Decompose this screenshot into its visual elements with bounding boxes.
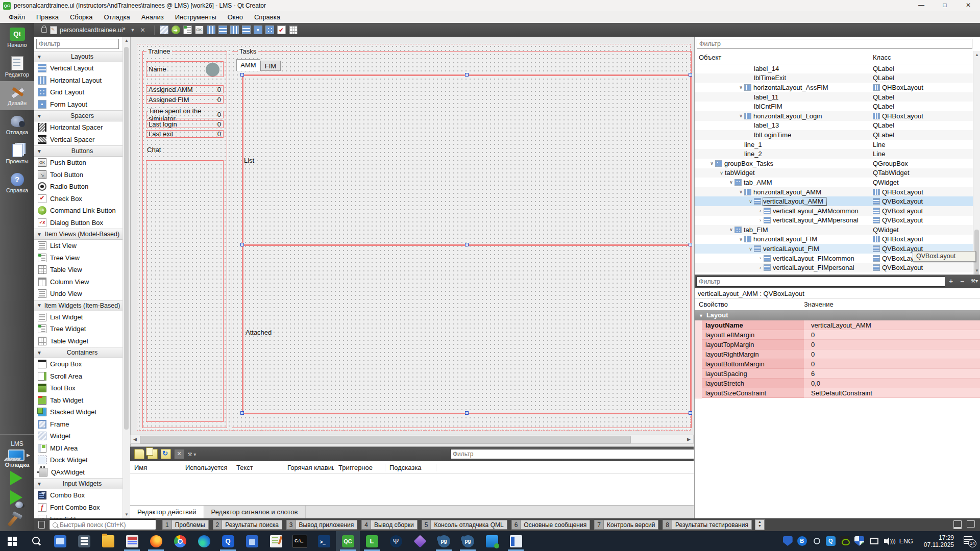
expand-output-icon[interactable] [967, 520, 975, 528]
output-pane-button[interactable]: 4Вывод сборки [361, 520, 417, 530]
output-pane-button[interactable]: 6Основные сообщения [511, 520, 591, 530]
action-column-header[interactable]: Горячая клавиш [283, 464, 334, 471]
taskbar-mail-icon[interactable] [48, 531, 72, 551]
property-value[interactable]: 6 [804, 369, 980, 379]
inspector-row[interactable]: ∨verticalLayout_AMMQVBoxLayout [695, 196, 973, 206]
column-value[interactable]: Значение [804, 300, 834, 308]
build-button[interactable] [7, 514, 18, 527]
scroll-down-icon[interactable]: ▼ [975, 268, 979, 273]
widget-item[interactable]: Table Widget [34, 335, 130, 347]
chevron-icon[interactable]: › [757, 265, 764, 270]
widget-item[interactable]: Tool Button [34, 169, 130, 181]
inspector-filter-input[interactable] [697, 39, 972, 49]
scroll-up-icon[interactable]: ▲ [123, 38, 130, 43]
scroll-up-icon[interactable]: ▲ [973, 53, 980, 57]
mode-item-welcome[interactable]: QtНачало [0, 23, 34, 52]
document-dropdown-icon[interactable]: ▼ [131, 28, 135, 33]
sidebar-toggle-icon[interactable] [38, 521, 45, 529]
remove-property-icon[interactable]: − [957, 276, 967, 286]
property-row[interactable]: layoutTopMargin0 [695, 340, 980, 349]
inspector-row[interactable]: ›verticalLayout_AMMcommonQVBoxLayout [695, 206, 973, 216]
tab-amm[interactable]: AMM [236, 59, 260, 71]
widget-item[interactable]: Command Link Button [34, 205, 130, 217]
selection-handle[interactable] [240, 243, 244, 246]
inspector-row[interactable]: ∨horizontalLayout_FIMQHBoxLayout [695, 235, 973, 244]
kit-expand-icon[interactable]: ▶ [27, 453, 30, 458]
widget-section-header[interactable]: ▼Containers [34, 347, 130, 358]
property-value[interactable]: 0 [804, 340, 980, 349]
select-widgets-icon[interactable] [160, 26, 168, 34]
property-row[interactable]: layoutBottomMargin0 [695, 359, 980, 369]
inspector-row[interactable]: ∨tab_FIMQWidget [695, 225, 973, 235]
trainee-field-box[interactable]: Last login0 [146, 120, 224, 128]
output-pane-spinner[interactable]: ▲▼ [755, 519, 765, 530]
taskbar-calculator-icon[interactable] [72, 531, 96, 551]
tray-network-icon[interactable] [869, 536, 878, 546]
output-pane-button[interactable]: 1Проблемы [162, 520, 209, 530]
clock[interactable]: 17:29 07.11.2025 [924, 534, 954, 548]
copy-action-icon[interactable] [148, 449, 158, 459]
action-column-header[interactable]: Подсказка [385, 464, 436, 471]
tray-bluetooth-icon[interactable]: B [797, 536, 807, 546]
property-section-layout[interactable]: ▼Layout [695, 310, 980, 320]
chevron-icon[interactable]: ∨ [747, 246, 754, 252]
taskbar-start-icon[interactable] [0, 531, 24, 551]
inspector-row[interactable]: line_2Line [695, 149, 973, 159]
taskbar-panel-app-icon[interactable] [504, 531, 528, 551]
widget-item[interactable]: Dialog Button Box [34, 217, 130, 229]
output-pane-button[interactable]: 2Результаты поиска [213, 520, 282, 530]
canvas-h-scrollbar[interactable]: ◀ ▶ [130, 435, 694, 444]
menu-item[interactable]: Отладка [98, 12, 135, 22]
property-row[interactable]: layoutRightMargin0 [695, 349, 980, 359]
taskbar-pgadmin-2-icon[interactable]: pg [456, 531, 480, 551]
inspector-row[interactable]: ∨tab_AMMQWidget [695, 178, 973, 187]
inspector-row[interactable]: lblTimeExitQLabel [695, 73, 973, 83]
new-action-icon[interactable] [134, 449, 144, 459]
selection-handle[interactable] [689, 411, 692, 415]
widget-section-header[interactable]: ▼Item Widgets (Item-Based) [34, 300, 130, 311]
widget-item[interactable]: Tool Box [34, 382, 130, 394]
action-column-header[interactable]: Используется [181, 464, 232, 471]
taskbar-app-l-icon[interactable]: L [360, 531, 384, 551]
widget-item[interactable]: Grid Layout [34, 86, 130, 98]
taskbar-chrome-icon[interactable] [168, 531, 192, 551]
maximize-button[interactable]: □ [933, 0, 957, 11]
scrollbar-thumb[interactable] [140, 436, 631, 444]
tab-fim[interactable]: FIM [260, 61, 281, 71]
widget-item[interactable]: Horizontal Layout [34, 74, 130, 87]
chevron-icon[interactable]: ∨ [718, 170, 725, 176]
mode-item-design[interactable]: Дизайн [0, 81, 34, 110]
scroll-right-icon[interactable]: ▶ [684, 435, 693, 443]
trainee-field-box[interactable]: Last exit0 [146, 130, 224, 138]
trainee-field-box[interactable]: Time spent on the simulator0 [146, 111, 224, 118]
widget-item[interactable]: Dock Widget [34, 454, 130, 466]
selection-handle[interactable] [689, 243, 692, 246]
widget-section-header[interactable]: ▼Input Widgets [34, 478, 130, 489]
configure-icon[interactable] [187, 449, 197, 459]
output-pane-button[interactable]: 5Консоль отладчика QML [422, 520, 507, 530]
property-row[interactable]: layoutSizeConstraintSetDefaultConstraint [695, 388, 980, 398]
delete-action-icon[interactable] [174, 449, 184, 459]
inspector-row[interactable]: ∨groupBox_TasksQGroupBox [695, 159, 973, 168]
widget-item[interactable]: Horizontal Spacer [34, 121, 130, 134]
chevron-icon[interactable]: ∨ [708, 161, 715, 166]
output-pane-button[interactable]: 8Результаты тестирования [663, 520, 752, 530]
scroll-left-icon[interactable]: ◀ [131, 435, 139, 443]
menu-item[interactable]: Правка [31, 12, 64, 22]
widget-item[interactable]: List View [34, 240, 130, 252]
widget-section-header[interactable]: ▼Spacers [34, 110, 130, 121]
taskbar-notes-icon[interactable] [264, 531, 288, 551]
mode-item-projects[interactable]: Проекты [0, 139, 34, 168]
property-value[interactable]: 0,0 [804, 379, 980, 388]
property-value[interactable]: verticalLayout_AMM [804, 320, 980, 330]
inspector-row[interactable]: ∨tabWidgetQTabWidget [695, 168, 973, 178]
mode-item-help[interactable]: ?Справка [0, 168, 34, 197]
inspector-row[interactable]: ∨horizontalLayout_AMMQHBoxLayout [695, 187, 973, 197]
widget-item[interactable]: Tree View [34, 252, 130, 264]
notification-center-icon[interactable]: 14 [964, 536, 975, 546]
tray-quassel-icon[interactable]: Q [826, 536, 836, 546]
widget-filter-input[interactable] [36, 39, 119, 49]
widget-item[interactable]: Group Box [34, 358, 130, 370]
widget-item[interactable]: Line Edit [34, 513, 130, 518]
minimize-button[interactable]: — [910, 0, 933, 11]
